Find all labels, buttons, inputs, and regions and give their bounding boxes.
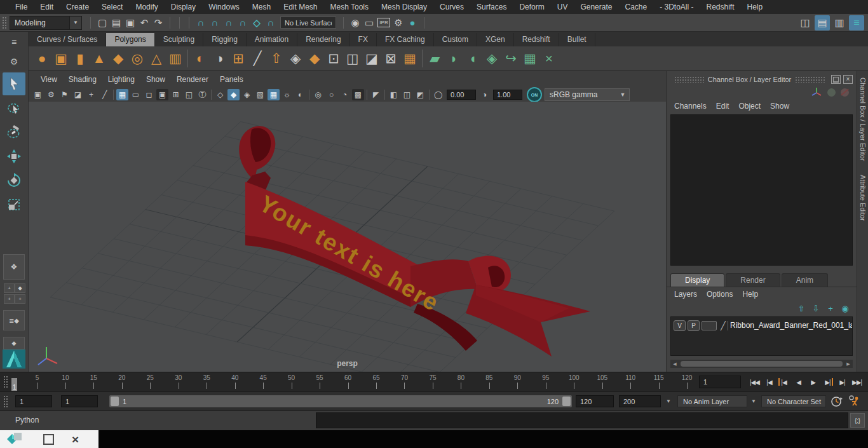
menu-item[interactable]: - 3DtoAll - <box>653 3 700 11</box>
extrude-icon[interactable]: ⇧ <box>267 48 286 69</box>
panel-menu-item[interactable]: Panels <box>214 75 249 84</box>
make-live-icon[interactable]: ∩ <box>264 16 278 30</box>
layer-editor-tab[interactable]: Display <box>670 273 724 287</box>
step-forward-key-button[interactable]: ▶| <box>835 374 850 390</box>
channel-box-dock-icon[interactable]: ▤ <box>815 15 830 31</box>
layer-editor-menu-item[interactable]: Help <box>740 290 765 299</box>
command-input[interactable] <box>316 412 848 428</box>
chevron-down-icon[interactable]: ▼ <box>751 398 756 404</box>
layout-preset-button[interactable]: + <box>15 294 25 304</box>
play-forwards-button[interactable]: ▶ <box>806 374 820 390</box>
menu-item[interactable]: File <box>9 3 34 11</box>
go-to-end-button[interactable]: ▶▶| <box>850 374 864 390</box>
restore-panel-icon[interactable] <box>831 75 841 84</box>
live-surface-field[interactable] <box>280 17 336 29</box>
uv-editor-icon[interactable]: ▦ <box>520 48 539 69</box>
menu-item[interactable]: UV <box>551 3 574 11</box>
move-layer-down-icon[interactable]: ⇩ <box>811 303 821 313</box>
shelf-tab[interactable]: Sculpting <box>155 33 203 46</box>
workspace-layers-icon[interactable]: ≡ <box>849 15 864 31</box>
command-language-label[interactable]: Python <box>15 416 39 424</box>
layer-color-swatch[interactable] <box>702 321 717 330</box>
menu-item[interactable]: Windows <box>202 3 246 11</box>
snap-to-grid-icon[interactable]: ∩ <box>194 16 208 30</box>
layer-visibility-toggle[interactable]: V <box>674 320 686 331</box>
drag-grip[interactable] <box>3 395 8 408</box>
cylindrical-uv-icon[interactable]: ◗ <box>444 48 463 69</box>
single-pane-layout-button[interactable]: ◆ <box>3 337 25 350</box>
sweep-icon[interactable]: ◈ <box>286 48 305 69</box>
menu-item[interactable]: Help <box>741 3 770 11</box>
menu-item[interactable]: Mesh <box>246 3 277 11</box>
poly-cone-icon[interactable]: ▲ <box>90 48 109 69</box>
channel-box-menu-item[interactable]: Channels <box>672 102 714 111</box>
step-forward-frame-button[interactable]: ▶| <box>820 374 835 390</box>
layer-editor-menu-item[interactable]: Layers <box>672 290 704 299</box>
shelf-tab[interactable]: FX Caching <box>377 33 434 46</box>
play-backwards-button[interactable]: ◀ <box>791 374 806 390</box>
ipr-render-icon[interactable]: IPR <box>377 18 390 27</box>
script-editor-icon[interactable]: {;} <box>850 413 865 428</box>
close-panel-icon[interactable]: × <box>843 75 853 84</box>
channel-list-area[interactable] <box>670 114 853 266</box>
xyz-axis-icon[interactable] <box>811 86 822 98</box>
ribbon-banner-object[interactable]: Your text is here <box>239 126 590 356</box>
shelf-tab[interactable]: Rigging <box>203 33 247 46</box>
shelf-tab[interactable]: Redshift <box>514 33 559 46</box>
chevron-down-icon[interactable]: ▼ <box>666 398 671 404</box>
snap-to-view-plane-icon[interactable]: ◇ <box>250 16 264 30</box>
layout-preset-button[interactable]: + <box>4 283 15 293</box>
wireframe-icon[interactable]: ◇ <box>214 89 226 100</box>
grease-pencil-icon[interactable]: ╱ <box>98 89 111 100</box>
menu-item[interactable]: Mesh Display <box>375 3 433 11</box>
side-dock-tab[interactable]: Attribute Editor <box>859 175 867 221</box>
menu-item[interactable]: Create <box>60 3 95 11</box>
panel-menu-item[interactable]: Lighting <box>102 75 140 84</box>
menu-item[interactable]: Modify <box>129 3 164 11</box>
render-current-frame-icon[interactable]: ▭ <box>362 16 376 30</box>
menu-item[interactable]: Redshift <box>700 3 741 11</box>
shelf-tab[interactable]: Animation <box>247 33 297 46</box>
menu-item[interactable]: Cache <box>618 3 653 11</box>
shelf-tab[interactable]: Bullet <box>559 33 595 46</box>
menu-item[interactable]: Select <box>95 3 129 11</box>
panel-menu-item[interactable]: Show <box>140 75 171 84</box>
drag-handle[interactable] <box>795 76 825 83</box>
menu-set-selector[interactable]: Modeling ▼ <box>10 16 82 30</box>
step-back-key-button[interactable]: |◀ <box>762 374 776 390</box>
drag-grip[interactable] <box>2 17 7 29</box>
shelf-tab[interactable]: FX <box>350 33 377 46</box>
mirror-icon[interactable]: ◑ <box>210 48 229 69</box>
planar-uv-icon[interactable]: ▰ <box>425 48 444 69</box>
outliner-persp-layout-button[interactable]: ≣◆ <box>3 310 25 330</box>
grid-icon[interactable]: ▦ <box>116 89 128 100</box>
anti-alias-icon[interactable]: ○ <box>325 89 337 100</box>
scroll-right-icon[interactable]: ▶ <box>844 360 853 368</box>
textured-icon[interactable]: ▧ <box>254 89 266 100</box>
drag-handle[interactable] <box>674 76 704 83</box>
range-start-handle[interactable] <box>111 397 119 406</box>
character-set-selector[interactable]: No Character Set <box>761 395 826 407</box>
rotate-tool[interactable] <box>3 169 25 192</box>
layer-editor-menu-item[interactable]: Options <box>704 290 740 299</box>
side-dock-tab[interactable]: Channel Box / Layer Editor <box>859 78 867 161</box>
field-chart-icon[interactable]: ⊞ <box>170 89 182 100</box>
lattice-icon[interactable]: ⊠ <box>381 48 400 69</box>
shelf-menu-icon[interactable]: ≡ <box>7 35 21 49</box>
chevron-down-icon[interactable]: ▼ <box>616 92 629 98</box>
channel-box-menu-item[interactable]: Object <box>736 102 768 111</box>
poly-cylinder-icon[interactable]: ▮ <box>71 48 90 69</box>
shelf-gear-icon[interactable]: ⚙ <box>7 55 21 69</box>
wireframe-on-shaded-icon[interactable]: ◈ <box>241 89 253 100</box>
poly-plane-icon[interactable]: ◆ <box>109 48 128 69</box>
channel-box-menu-item[interactable]: Show <box>768 102 796 111</box>
current-time-marker[interactable]: 1 <box>11 378 17 391</box>
close-button[interactable]: × <box>72 433 79 445</box>
step-back-frame-button[interactable]: |◀ <box>776 374 791 390</box>
move-layer-up-icon[interactable]: ⇧ <box>796 303 806 313</box>
menu-item[interactable]: Display <box>165 3 202 11</box>
poly-torus-icon[interactable]: ◎ <box>128 48 147 69</box>
smooth-icon[interactable]: ◐ <box>191 48 210 69</box>
color-transform-selector[interactable]: sRGB gamma ▼ <box>545 88 630 101</box>
timeline-ruler[interactable]: 1 51015202530354045505560657075808590951… <box>9 373 693 391</box>
